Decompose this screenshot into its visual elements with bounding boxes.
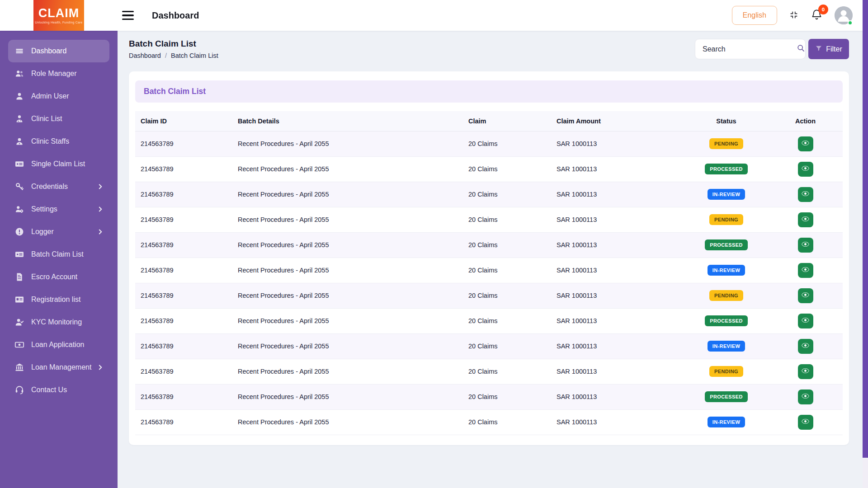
cell-batch-details: Recent Procedures - April 2055 — [232, 131, 463, 156]
cell-claim-amount: SAR 1000113 — [551, 207, 684, 232]
page-header: Batch Claim List Dashboard / Batch Claim… — [129, 39, 849, 59]
view-claim-button[interactable] — [798, 238, 813, 253]
view-claim-button[interactable] — [798, 136, 813, 151]
view-claim-button[interactable] — [798, 364, 813, 379]
eye-icon — [801, 189, 810, 199]
sidebar-item-admin-user[interactable]: Admin User — [8, 85, 109, 108]
cell-claim: 20 Claims — [463, 207, 551, 232]
cell-action — [768, 156, 843, 182]
language-button[interactable]: English — [732, 6, 777, 25]
table-row: 214563789 Recent Procedures - April 2055… — [135, 207, 843, 232]
card-header: Batch Claim List — [135, 80, 843, 103]
cell-batch-details: Recent Procedures - April 2055 — [232, 207, 463, 232]
cell-claim-id: 214563789 — [135, 359, 232, 384]
cell-claim-id: 214563789 — [135, 409, 232, 435]
sidebar-item-clinic-list[interactable]: Clinic List — [8, 108, 109, 130]
batch-claim-table: Claim IDBatch DetailsClaimClaim AmountSt… — [135, 111, 843, 435]
online-status-dot — [848, 20, 853, 25]
sidebar-item-role-manager[interactable]: Role Manager — [8, 62, 109, 85]
column-header-batch-details: Batch Details — [232, 111, 463, 131]
table-row: 214563789 Recent Procedures - April 2055… — [135, 232, 843, 258]
cell-claim-amount: SAR 1000113 — [551, 308, 684, 333]
view-claim-button[interactable] — [798, 314, 813, 328]
circle-exclamation-icon — [14, 227, 24, 237]
cell-action — [768, 131, 843, 156]
table-row: 214563789 Recent Procedures - April 2055… — [135, 359, 843, 384]
eye-icon — [801, 139, 810, 149]
cell-claim-id: 214563789 — [135, 232, 232, 258]
sidebar-item-single-claim-list[interactable]: Single Claim List — [8, 153, 109, 175]
sidebar-item-logger[interactable]: Logger — [8, 221, 109, 243]
view-claim-button[interactable] — [798, 212, 813, 227]
sidebar-item-settings[interactable]: Settings — [8, 198, 109, 221]
notifications-button[interactable]: 0 — [811, 9, 823, 22]
cell-action — [768, 409, 843, 435]
sidebar-item-loan-application[interactable]: Loan Application — [8, 333, 109, 356]
sidebar-item-clinic-staffs[interactable]: Clinic Staffs — [8, 130, 109, 153]
cell-batch-details: Recent Procedures - April 2055 — [232, 384, 463, 409]
page-title: Batch Claim List — [129, 39, 218, 49]
user-icon — [14, 91, 24, 101]
chevron-right-icon — [97, 365, 102, 370]
cell-claim: 20 Claims — [463, 384, 551, 409]
bars-icon — [14, 46, 24, 56]
cell-status: PENDING — [684, 207, 768, 232]
scrollbar-thumb[interactable] — [863, 0, 868, 458]
compress-icon — [789, 10, 799, 21]
table-row: 214563789 Recent Procedures - April 2055… — [135, 333, 843, 359]
view-claim-button[interactable] — [798, 415, 813, 430]
view-claim-button[interactable] — [798, 162, 813, 177]
status-badge: PENDING — [709, 366, 743, 377]
sidebar-item-registration-list[interactable]: Registration list — [8, 288, 109, 311]
search-input[interactable] — [703, 45, 796, 53]
filter-button[interactable]: Filter — [808, 39, 849, 59]
user-avatar[interactable] — [835, 6, 853, 24]
cell-batch-details: Recent Procedures - April 2055 — [232, 308, 463, 333]
sidebar-nav: Dashboard Role Manager Admin User Clinic… — [8, 40, 109, 401]
breadcrumb-dashboard[interactable]: Dashboard — [129, 52, 161, 59]
cell-claim-id: 214563789 — [135, 182, 232, 207]
cell-action — [768, 384, 843, 409]
eye-icon — [801, 417, 810, 427]
key-icon — [14, 182, 24, 192]
search-icon[interactable] — [796, 43, 806, 55]
view-claim-button[interactable] — [798, 187, 813, 202]
sidebar-item-dashboard[interactable]: Dashboard — [8, 40, 109, 62]
view-claim-button[interactable] — [798, 288, 813, 303]
sidebar-item-credentials[interactable]: Credentials — [8, 175, 109, 198]
view-claim-button[interactable] — [798, 389, 813, 404]
money-bill-icon — [14, 340, 24, 350]
eye-icon — [801, 240, 810, 250]
status-badge: PENDING — [709, 290, 743, 301]
column-header-claim-amount: Claim Amount — [551, 111, 684, 131]
table-header-row: Claim IDBatch DetailsClaimClaim AmountSt… — [135, 111, 843, 131]
eye-icon — [801, 215, 810, 225]
page-scrollbar[interactable] — [863, 0, 868, 488]
sidebar-item-kyc-monitoring[interactable]: KYC Monitoring — [8, 311, 109, 333]
cell-claim-id: 214563789 — [135, 207, 232, 232]
header-actions: Filter — [695, 39, 849, 59]
fullscreen-button[interactable] — [789, 10, 799, 21]
cell-status: PROCESSED — [684, 308, 768, 333]
sidebar-item-batch-claim-list[interactable]: Batch Claim List — [8, 243, 109, 266]
status-badge: PROCESSED — [705, 315, 748, 326]
cell-claim: 20 Claims — [463, 359, 551, 384]
status-badge: IN-REVIEW — [708, 189, 745, 200]
money-check-icon — [14, 159, 24, 169]
chevron-right-icon — [97, 184, 102, 189]
sidebar-item-loan-management[interactable]: Loan Management — [8, 356, 109, 379]
table-row: 214563789 Recent Procedures - April 2055… — [135, 384, 843, 409]
view-claim-button[interactable] — [798, 339, 813, 354]
breadcrumb: Dashboard / Batch Claim List — [129, 52, 218, 59]
cell-claim-amount: SAR 1000113 — [551, 131, 684, 156]
cell-batch-details: Recent Procedures - April 2055 — [232, 182, 463, 207]
hamburger-icon — [122, 11, 134, 12]
status-badge: IN-REVIEW — [708, 417, 745, 427]
view-claim-button[interactable] — [798, 263, 813, 278]
sidebar-item-contact-us[interactable]: Contact Us — [8, 379, 109, 401]
sidebar-toggle-button[interactable] — [122, 10, 136, 21]
bank-icon — [14, 362, 24, 372]
cell-action — [768, 333, 843, 359]
money-check-icon — [14, 249, 24, 259]
sidebar-item-escro-account[interactable]: Escro Account — [8, 266, 109, 288]
